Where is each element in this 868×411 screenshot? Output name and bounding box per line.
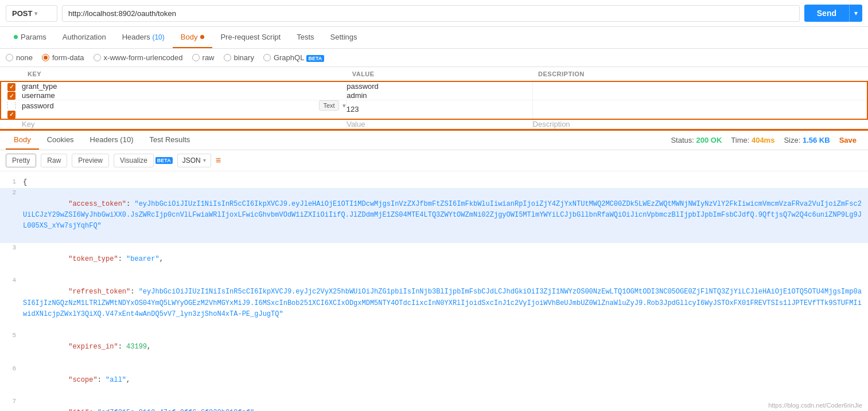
form-area: KEY VALUE DESCRIPTION ✓ grant_type passw… <box>0 67 868 129</box>
tab-pre-request[interactable]: Pre-request Script <box>212 27 289 48</box>
tab-body-label: Body <box>181 33 198 41</box>
row-2-check-cell: ✓ <box>1 91 22 100</box>
radio-graphql-circle <box>263 54 271 61</box>
radio-raw[interactable]: raw <box>192 53 215 62</box>
col-key: KEY <box>22 67 347 81</box>
line-num-6: 6 <box>6 364 23 374</box>
row-2-key[interactable]: username <box>22 91 347 100</box>
radio-binary[interactable]: binary <box>224 53 254 62</box>
time-value: 404ms <box>752 136 774 144</box>
row-3-key[interactable]: password Text ▾ <box>22 100 347 111</box>
method-label: POST <box>12 9 32 18</box>
tab-settings-label: Settings <box>330 33 357 41</box>
radio-urlencoded-circle <box>94 54 101 61</box>
json-line-6: 6 "scope": "all", <box>0 364 868 397</box>
format-raw-button[interactable]: Raw <box>41 154 67 167</box>
json-scope: "scope": "all", <box>23 364 862 397</box>
json-line-5: 5 "expires_in": 43199, <box>0 331 868 364</box>
tab-headers[interactable]: Headers (10) <box>114 27 173 48</box>
save-response-button[interactable]: Save <box>839 136 857 144</box>
new-row-value[interactable]: Value <box>347 119 532 129</box>
json-format-select[interactable]: JSON ▾ <box>177 154 211 167</box>
new-row-key[interactable]: Key <box>22 119 347 129</box>
json-response-area: 1 { 2 "access_token": "eyJhbGciOiJIUzI1N… <box>0 171 868 412</box>
body-params-table: KEY VALUE DESCRIPTION ✓ grant_type passw… <box>0 67 868 129</box>
format-row: Pretty Raw Preview Visualize BETA JSON ▾… <box>0 150 868 171</box>
resp-tab-headers[interactable]: Headers (10) <box>82 131 142 150</box>
radio-graphql[interactable]: GraphQL BETA <box>263 53 324 62</box>
radio-form-data[interactable]: form-data <box>42 53 84 62</box>
text-dropdown-icon[interactable]: ▾ <box>342 102 346 109</box>
format-pretty-button[interactable]: Pretty <box>6 154 36 167</box>
line-num-3: 3 <box>6 243 23 253</box>
row-2-value[interactable]: admin <box>347 91 532 100</box>
new-row: Key Value Description <box>1 119 867 129</box>
send-dropdown-button[interactable]: ▾ <box>849 5 862 22</box>
row-3-desc[interactable] <box>532 100 850 119</box>
tab-settings[interactable]: Settings <box>322 27 365 48</box>
tab-body[interactable]: Body <box>173 27 213 48</box>
row-3-value[interactable]: 123 <box>347 100 532 119</box>
radio-form-data-inner <box>44 56 48 60</box>
new-row-desc[interactable]: Description <box>532 119 850 129</box>
body-type-row: none form-data x-www-form-urlencoded raw… <box>0 49 868 67</box>
resp-tab-test-results[interactable]: Test Results <box>141 131 198 150</box>
tab-headers-label: Headers (10) <box>122 33 165 41</box>
radio-none-circle <box>6 54 13 61</box>
filter-icon[interactable]: ≡ <box>216 155 221 166</box>
json-line-1: 1 { <box>0 177 868 188</box>
radio-graphql-label: GraphQL BETA <box>274 53 324 62</box>
method-select[interactable]: POST ▾ <box>6 5 57 22</box>
status-info: Status: 200 OK Time: 404ms Size: 1.56 KB… <box>671 136 862 144</box>
col-description: DESCRIPTION <box>532 67 850 81</box>
json-line-4: 4 "refresh_token": "eyJhbGciOiJIUzI1NiIs… <box>0 276 868 331</box>
json-format-label: JSON <box>182 156 201 165</box>
time-label: Time: 404ms <box>731 136 774 144</box>
radio-urlencoded[interactable]: x-www-form-urlencoded <box>94 53 183 62</box>
json-brace-open: { <box>23 177 862 188</box>
table-row: ✓ grant_type password <box>1 81 867 91</box>
size-label: Size: 1.56 KB <box>784 136 830 144</box>
json-jti: "jti": "ed7f215e-8118-47ef-9ff6-6f829b91… <box>23 397 862 411</box>
drag-handle-icon: ⋮⋮ <box>1 100 22 109</box>
row-3-checkbox[interactable]: ✓ <box>7 111 15 119</box>
radio-none-label: none <box>16 53 33 62</box>
url-input[interactable] <box>62 5 800 22</box>
row-2-checkbox[interactable]: ✓ <box>7 92 15 100</box>
tab-authorization-label: Authorization <box>63 33 106 41</box>
json-refresh-token: "refresh_token": "eyJhbGciOiJIUzI1NiIsIn… <box>23 276 862 331</box>
radio-binary-circle <box>224 54 231 61</box>
params-dot <box>14 35 18 39</box>
tab-tests-label: Tests <box>297 33 314 41</box>
resp-tab-body[interactable]: Body <box>6 131 39 150</box>
tab-authorization[interactable]: Authorization <box>55 27 114 48</box>
line-num-5: 5 <box>6 331 23 341</box>
status-label: Status: 200 OK <box>671 136 722 144</box>
row-1-value[interactable]: password <box>347 81 532 91</box>
format-preview-button[interactable]: Preview <box>72 154 109 167</box>
row-1-desc[interactable] <box>532 81 850 91</box>
response-section: Body Cookies Headers (10) Test Results S… <box>0 129 868 412</box>
row-3-check-cell: ⋮⋮ ✓ <box>1 100 22 119</box>
resp-tab-cookies[interactable]: Cookies <box>39 131 82 150</box>
format-visualize-button[interactable]: Visualize <box>114 154 154 167</box>
url-bar: POST ▾ Send ▾ <box>0 0 868 27</box>
radio-form-data-label: form-data <box>52 53 84 62</box>
visualize-beta-badge: BETA <box>155 157 173 164</box>
radio-form-data-circle <box>42 54 49 61</box>
row-2-desc[interactable] <box>532 91 850 100</box>
send-button-group: Send ▾ <box>804 5 862 22</box>
json-line-3: 3 "token_type": "bearer", <box>0 243 868 276</box>
tab-tests[interactable]: Tests <box>289 27 322 48</box>
line-num-4: 4 <box>6 276 23 286</box>
row-1-checkbox[interactable]: ✓ <box>7 83 15 91</box>
line-num-1: 1 <box>6 177 23 187</box>
format-visualize-group: Visualize BETA <box>114 154 173 167</box>
send-button[interactable]: Send <box>804 5 849 22</box>
tab-params[interactable]: Params <box>6 27 55 48</box>
row-1-key[interactable]: grant_type <box>22 81 347 91</box>
radio-none[interactable]: none <box>6 53 33 62</box>
line-num-2: 2 <box>6 188 23 198</box>
json-line-7: 7 "jti": "ed7f215e-8118-47ef-9ff6-6f829b… <box>0 397 868 411</box>
json-line-2: 2 "access_token": "eyJhbGciOiJIUzI1NiIsI… <box>0 188 868 243</box>
